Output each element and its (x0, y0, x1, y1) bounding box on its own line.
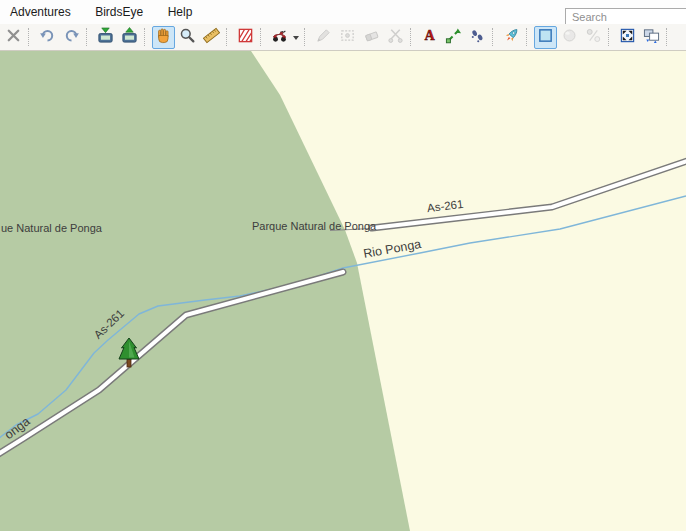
toolbar-separator (492, 28, 497, 46)
blue-square-icon (537, 27, 554, 48)
menu-birdseye[interactable]: BirdsEye (85, 0, 153, 23)
toolbar-separator (260, 28, 265, 46)
pen-icon (315, 27, 332, 48)
redo-arrow-icon (63, 27, 80, 48)
dual-view-button[interactable] (640, 26, 663, 49)
view-3d-button[interactable] (558, 26, 581, 49)
toolbar-separator (526, 28, 531, 46)
sphere-icon (561, 27, 578, 48)
toolbar-separator (608, 28, 613, 46)
chevron-down-icon (293, 36, 299, 43)
birdseye-coverage-button[interactable] (234, 26, 257, 49)
toolbar-separator (144, 28, 149, 46)
toolbar-separator (666, 28, 671, 46)
svg-text:A: A (424, 27, 435, 43)
eraser-tool-button[interactable] (360, 26, 383, 49)
divide-tool-button[interactable] (384, 26, 407, 49)
shaded-spheres-icon (585, 27, 602, 48)
letter-a-icon: A (421, 27, 438, 48)
activity-profile-dropdown[interactable] (291, 27, 301, 48)
eraser-icon (363, 27, 380, 48)
rocket-icon (503, 27, 520, 48)
device-receive-icon (121, 27, 138, 48)
dual-display-icon (643, 27, 660, 48)
toolbar-separator (226, 28, 231, 46)
new-route-button[interactable] (442, 26, 465, 49)
new-adventure-button[interactable] (500, 26, 523, 49)
map-area-select-button[interactable] (534, 26, 557, 49)
menu-adventures[interactable]: Adventures (0, 0, 81, 23)
map-canvas[interactable]: ue Natural de Ponga Parque Natural de Po… (0, 51, 686, 531)
receive-from-device-button[interactable] (118, 26, 141, 49)
zoom-tool-button[interactable] (176, 26, 199, 49)
hand-icon (155, 27, 172, 48)
road-upper-casing (372, 160, 686, 228)
toolbar-separator (410, 28, 415, 46)
atv-icon (271, 27, 288, 48)
map-basemap (0, 51, 686, 531)
hill-shading-button[interactable] (582, 26, 605, 49)
footprints-icon (469, 27, 486, 48)
delete-button[interactable] (2, 26, 25, 49)
toolbar-separator (28, 28, 33, 46)
activity-profile-button[interactable] (268, 26, 291, 49)
park-area-polygon (0, 51, 410, 531)
x-icon (5, 27, 22, 48)
undo-arrow-icon (39, 27, 56, 48)
park-name-label-left: ue Natural de Ponga (1, 222, 102, 234)
magnifier-icon (179, 27, 196, 48)
send-to-device-button[interactable] (94, 26, 117, 49)
toolbar-separator (304, 28, 309, 46)
road-upper-fill (372, 160, 686, 228)
fit-arrows-icon (619, 27, 636, 48)
ruler-icon (203, 27, 220, 48)
toolbar-separator (86, 28, 91, 46)
measure-tool-button[interactable] (200, 26, 223, 49)
park-name-label: Parque Natural de Ponga (252, 220, 376, 232)
draw-tool-button[interactable] (312, 26, 335, 49)
device-send-icon (97, 27, 114, 48)
red-hatch-square-icon (237, 27, 254, 48)
pan-hand-tool-button[interactable] (152, 26, 175, 49)
menu-bar: Adventures BirdsEye Help (0, 0, 686, 24)
redo-button[interactable] (60, 26, 83, 49)
split-icon (387, 27, 404, 48)
marquee-icon (339, 27, 356, 48)
menu-help[interactable]: Help (158, 0, 203, 23)
new-waypoint-button[interactable]: A (418, 26, 441, 49)
new-track-button[interactable] (466, 26, 489, 49)
route-branch-icon (445, 27, 462, 48)
toolbar: A (0, 24, 686, 51)
undo-button[interactable] (36, 26, 59, 49)
marquee-select-button[interactable] (336, 26, 359, 49)
fit-map-button[interactable] (616, 26, 639, 49)
